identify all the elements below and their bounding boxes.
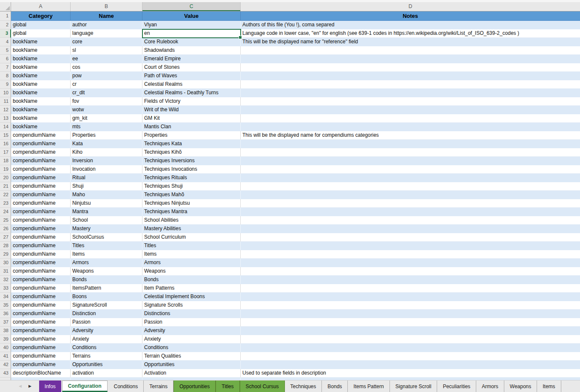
cell-D18[interactable]: [241, 157, 580, 165]
cell-A29[interactable]: compendiumName: [11, 250, 71, 259]
cell-D4[interactable]: This will be the displayed name for "ref…: [241, 38, 580, 46]
cell-B31[interactable]: Weapons: [71, 267, 142, 276]
cell-D29[interactable]: [241, 250, 580, 259]
row-header-8[interactable]: 8: [0, 72, 11, 80]
cell-C17[interactable]: Techniques Kihõ: [142, 148, 241, 157]
cell-C1[interactable]: Value: [142, 11, 241, 21]
cell-C25[interactable]: School Abilities: [142, 216, 241, 225]
cell-C42[interactable]: Opportunities: [142, 361, 241, 369]
cell-A32[interactable]: compendiumName: [11, 276, 71, 284]
column-header-D[interactable]: D: [241, 2, 580, 11]
sheet-tab-items-pattern[interactable]: Items Pattern: [348, 381, 390, 392]
cell-B20[interactable]: Ritual: [71, 174, 142, 182]
cell-A40[interactable]: compendiumName: [11, 344, 71, 352]
cell-C6[interactable]: Emerald Empire: [142, 55, 241, 63]
row-header-37[interactable]: 37: [0, 318, 11, 327]
cell-D5[interactable]: [241, 46, 580, 55]
cell-B10[interactable]: cr_dlt: [71, 89, 142, 97]
cell-B17[interactable]: Kiho: [71, 148, 142, 157]
row-header-35[interactable]: 35: [0, 301, 11, 310]
cell-A8[interactable]: bookName: [11, 72, 71, 80]
cell-B38[interactable]: Adversity: [71, 327, 142, 335]
sheet-tab-infos[interactable]: Infos: [39, 381, 61, 392]
sheet-tab-peculiarities[interactable]: Peculiarities: [437, 381, 476, 392]
row-header-34[interactable]: 34: [0, 293, 11, 301]
row-header-21[interactable]: 21: [0, 182, 11, 191]
cell-B21[interactable]: Shuji: [71, 182, 142, 191]
row-header-14[interactable]: 14: [0, 123, 11, 131]
cell-B7[interactable]: cos: [71, 63, 142, 72]
cell-D12[interactable]: [241, 106, 580, 114]
cell-A37[interactable]: compendiumName: [11, 318, 71, 327]
row-header-1[interactable]: 1: [0, 11, 11, 21]
cell-B43[interactable]: activation: [71, 369, 142, 378]
cell-D27[interactable]: [241, 233, 580, 242]
cell-C9[interactable]: Celestial Realms: [142, 80, 241, 89]
row-header-11[interactable]: 11: [0, 97, 11, 106]
cell-D28[interactable]: [241, 242, 580, 250]
cell-B26[interactable]: Mastery: [71, 225, 142, 233]
row-header-42[interactable]: 42: [0, 361, 11, 369]
cell-C13[interactable]: GM Kit: [142, 114, 241, 123]
row-header-9[interactable]: 9: [0, 80, 11, 89]
sheet-tab-terrains[interactable]: Terrains: [144, 381, 173, 392]
cell-C29[interactable]: Items: [142, 250, 241, 259]
cell-B8[interactable]: pow: [71, 72, 142, 80]
row-header-36[interactable]: 36: [0, 310, 11, 318]
row-header-30[interactable]: 30: [0, 259, 11, 267]
cell-B4[interactable]: core: [71, 38, 142, 46]
row-header-16[interactable]: 16: [0, 140, 11, 148]
cell-B39[interactable]: Anxiety: [71, 335, 142, 344]
cell-D20[interactable]: [241, 174, 580, 182]
cell-D22[interactable]: [241, 191, 580, 199]
cell-B15[interactable]: Properties: [71, 131, 142, 140]
sheet-tab-items[interactable]: Items: [537, 381, 561, 392]
cell-C38[interactable]: Adversity: [142, 327, 241, 335]
cell-D8[interactable]: [241, 72, 580, 80]
cell-C39[interactable]: Anxiety: [142, 335, 241, 344]
row-header-5[interactable]: 5: [0, 46, 11, 55]
cell-A4[interactable]: bookName: [11, 38, 71, 46]
cell-D1[interactable]: Notes: [241, 11, 580, 21]
cell-A24[interactable]: compendiumName: [11, 208, 71, 216]
cell-C32[interactable]: Bonds: [142, 276, 241, 284]
cell-C26[interactable]: Mastery Abilities: [142, 225, 241, 233]
cell-B27[interactable]: SchoolCursus: [71, 233, 142, 242]
cell-C2[interactable]: Vlyan: [142, 21, 241, 29]
cell-B34[interactable]: Boons: [71, 293, 142, 301]
cell-D26[interactable]: [241, 225, 580, 233]
cell-C40[interactable]: Conditions: [142, 344, 241, 352]
row-header-43[interactable]: 43: [0, 369, 11, 378]
column-header-A[interactable]: A: [11, 2, 71, 11]
cell-A7[interactable]: bookName: [11, 63, 71, 72]
cell-B35[interactable]: SignatureScroll: [71, 301, 142, 310]
cell-D15[interactable]: This will be the displayed name for comp…: [241, 131, 580, 140]
cell-C3[interactable]: en: [142, 29, 241, 38]
cell-A31[interactable]: compendiumName: [11, 267, 71, 276]
cell-D31[interactable]: [241, 267, 580, 276]
cell-D37[interactable]: [241, 318, 580, 327]
cell-C37[interactable]: Passion: [142, 318, 241, 327]
row-header-17[interactable]: 17: [0, 148, 11, 157]
cell-B19[interactable]: Invocation: [71, 165, 142, 174]
cell-C27[interactable]: School Curriculum: [142, 233, 241, 242]
cell-B41[interactable]: Terrains: [71, 352, 142, 361]
cell-D7[interactable]: [241, 63, 580, 72]
cell-A36[interactable]: compendiumName: [11, 310, 71, 318]
row-header-4[interactable]: 4: [0, 38, 11, 46]
row-header-13[interactable]: 13: [0, 114, 11, 123]
cell-A43[interactable]: descriptionBlocName: [11, 369, 71, 378]
cell-B16[interactable]: Kata: [71, 140, 142, 148]
row-header-20[interactable]: 20: [0, 174, 11, 182]
cell-A6[interactable]: bookName: [11, 55, 71, 63]
cell-D41[interactable]: [241, 352, 580, 361]
row-header-27[interactable]: 27: [0, 233, 11, 242]
cell-A14[interactable]: bookName: [11, 123, 71, 131]
cell-B2[interactable]: author: [71, 21, 142, 29]
cell-A3[interactable]: global: [11, 29, 71, 38]
row-header-2[interactable]: 2: [0, 21, 11, 29]
sheet-tab-signature-scroll[interactable]: Signature Scroll: [390, 381, 438, 392]
cell-B32[interactable]: Bonds: [71, 276, 142, 284]
sheet-tab-opportunities[interactable]: Opportunities: [173, 381, 216, 392]
row-header-44[interactable]: [0, 378, 11, 380]
